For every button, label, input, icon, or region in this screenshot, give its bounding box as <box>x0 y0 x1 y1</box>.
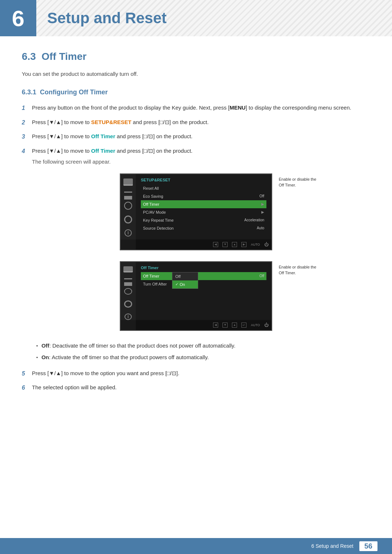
menu-item-eco-saving: Eco Saving Off <box>141 192 266 200</box>
menu-item-pcav-mode: PC/AV Mode ▶ <box>141 208 266 216</box>
main-content: 6.3 Off Timer You can set the product to… <box>0 51 392 393</box>
menu-header-2: Off Timer <box>141 266 266 270</box>
menu-item-off-timer-active: Off Timer ▶ <box>141 200 266 208</box>
step-number-4: 4 <box>22 147 32 156</box>
power-icon-1: ⏻ <box>264 242 269 247</box>
step-number-1: 1 <box>22 103 32 113</box>
menu-item-source-detect: Source Detection Auto <box>141 224 266 232</box>
sidebar-monitor-icon <box>123 178 133 186</box>
nav-left-icon: ◀ <box>213 242 218 247</box>
step-text-6: The selected option will be applied. <box>32 383 370 392</box>
section-title: 6.3 Off Timer <box>22 51 370 62</box>
sidebar-gear-icon <box>124 216 132 223</box>
bullet-item-on: • On: Activate the off timer so that the… <box>36 353 370 362</box>
screen-content-2: Off Timer Off Timer Off Turn Off After <box>136 262 271 320</box>
nav-right-icon: ▶ <box>241 242 246 247</box>
auto-label-2: AUTO <box>251 323 260 327</box>
step-5: 5 Press [▼/▲] to move to the option you … <box>22 369 370 378</box>
footer-section-text: 6 Setup and Reset <box>311 543 354 549</box>
sidebar-info-icon-2: i <box>124 313 132 320</box>
step-1: 1 Press any button on the front of the p… <box>22 103 370 113</box>
screen-mockup-2-container: i Off Timer Off Timer Off Turn Off After <box>22 261 370 331</box>
screen-sidebar-1: i <box>121 174 136 239</box>
screen-bottom-bar-2: ◀ ▼ ▲ ↵ AUTO ⏻ <box>136 320 271 330</box>
page-footer: 6 Setup and Reset 56 <box>0 538 392 554</box>
screen-content-1: SETUP&RESET Reset All Eco Saving Off Off… <box>136 174 271 239</box>
screen-mockup-1: i SETUP&RESET Reset All Eco Saving Off O… <box>120 173 272 250</box>
step-6: 6 The selected option will be applied. <box>22 383 370 393</box>
sidebar-crosshair-icon <box>124 202 132 210</box>
sidebar-monitor-icon-2 <box>123 266 133 272</box>
steps-list: 1 Press any button on the front of the p… <box>22 103 370 166</box>
chapter-title-area: Setup and Reset <box>36 0 167 36</box>
bullet-dot-1: • <box>36 343 38 349</box>
bullet-item-off: • Off: Deactivate the off timer so that … <box>36 342 370 350</box>
step-number-2: 2 <box>22 118 32 127</box>
screen-bottom-bar-1: ◀ ▼ ▲ ▶ AUTO ⏻ <box>136 239 271 250</box>
intro-text: You can set the product to automatically… <box>22 70 370 78</box>
sidebar-gear-icon-2 <box>124 300 132 307</box>
step-3: 3 Press [▼/▲] to move to Off Timer and p… <box>22 132 370 141</box>
submenu-on: ✓ On <box>172 280 198 288</box>
screen-mockup-2: i Off Timer Off Timer Off Turn Off After <box>120 261 272 331</box>
subsection-title: 6.3.1 Configuring Off Timer <box>22 89 370 96</box>
footer-page-number: 56 <box>359 541 377 551</box>
bullet-text-off: Off: Deactivate the off timer so that th… <box>41 342 235 350</box>
step-text-5: Press [▼/▲] to move to the option you wa… <box>32 369 370 378</box>
screen-tooltip-1: Enable or disable the Off Timer. <box>279 176 319 188</box>
step-number-3: 3 <box>22 132 32 141</box>
step-number-5: 5 <box>22 369 32 378</box>
nav-up-icon-2: ▲ <box>232 323 237 328</box>
bullet-list: • Off: Deactivate the off timer so that … <box>36 342 370 362</box>
bullet-dot-2: • <box>36 354 38 361</box>
menu-item-reset-all: Reset All <box>141 184 266 192</box>
step-4: 4 Press [▼/▲] to move to Off Timer and p… <box>22 147 370 166</box>
sidebar-lines-icon-2 <box>124 278 132 282</box>
chapter-header: 6 Setup and Reset <box>0 0 392 36</box>
nav-enter-icon-2: ↵ <box>241 323 246 328</box>
power-icon-2: ⏻ <box>264 323 269 328</box>
chapter-number: 6 <box>0 0 36 36</box>
step-number-6: 6 <box>22 383 32 393</box>
sidebar-lines-icon <box>124 192 132 196</box>
menu-item-key-repeat: Key Repeat Time Acceleration <box>141 216 266 224</box>
sidebar-crosshair-icon-2 <box>124 288 132 295</box>
auto-label-1: AUTO <box>251 243 260 246</box>
nav-up-icon: ▲ <box>232 242 237 247</box>
step-text-1: Press any button on the front of the pro… <box>32 103 370 112</box>
nav-left-icon-2: ◀ <box>213 323 218 328</box>
nav-down-icon-2: ▼ <box>222 323 228 328</box>
steps-list-2: 5 Press [▼/▲] to move to the option you … <box>22 369 370 393</box>
menu-header-1: SETUP&RESET <box>141 178 266 182</box>
step-text-4: Press [▼/▲] to move to Off Timer and pre… <box>32 147 370 166</box>
step-text-3: Press [▼/▲] to move to Off Timer and pre… <box>32 132 370 141</box>
step-text-2: Press [▼/▲] to move to SETUP&RESET and p… <box>32 118 370 127</box>
submenu-off: Off <box>172 272 198 280</box>
bullet-text-on: On: Activate the off timer so that the p… <box>41 353 209 362</box>
chapter-title: Setup and Reset <box>47 9 167 27</box>
nav-down-icon: ▼ <box>222 242 228 247</box>
menu-item-turn-off-after: Turn Off After <box>141 280 266 288</box>
step-2: 2 Press [▼/▲] to move to SETUP&RESET and… <box>22 118 370 127</box>
screen-mockup-1-container: i SETUP&RESET Reset All Eco Saving Off O… <box>22 173 370 250</box>
menu-item-off-timer-2: Off Timer Off <box>141 272 266 280</box>
screen-sidebar-2: i <box>121 262 136 320</box>
screen-tooltip-2: Enable or disable the Off Timer. <box>279 264 319 276</box>
sidebar-info-icon: i <box>124 229 132 237</box>
